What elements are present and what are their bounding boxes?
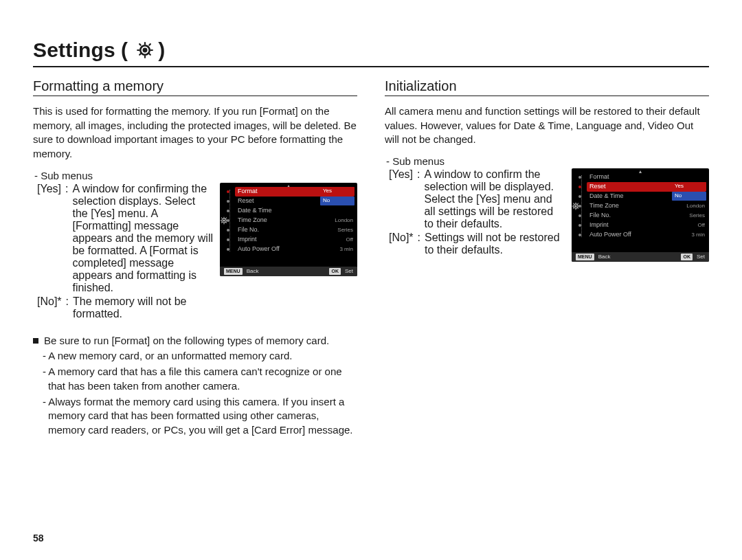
camera-menu-screenshot-format: ▴ Format Reset Date & Time Time ZoneLond… <box>220 183 357 276</box>
footer-back-label: Back <box>247 269 259 274</box>
footer-ok-icon: OK <box>681 254 693 260</box>
picker-option-no: No <box>672 192 706 201</box>
def-val: A window for confirming the selection di… <box>72 183 213 294</box>
def-colon: : <box>66 295 69 320</box>
footer-menu-icon: MENU <box>576 254 594 260</box>
manual-page: Settings ( ) Formatting a memory This is… <box>0 0 742 560</box>
sub-menus-label-right: - Sub menus <box>386 155 709 167</box>
picker-option-no: No <box>320 197 355 205</box>
format-note: Be sure to run [Format] on the following… <box>33 334 357 438</box>
footer-ok-icon: OK <box>329 268 341 275</box>
menu-row-imprint: ImprintOff <box>235 235 355 245</box>
sub-menus-label-left: - Sub menus <box>34 170 357 181</box>
footer-back-label: Back <box>598 254 611 260</box>
menu-row-format: Format <box>587 172 706 182</box>
section-formatting: Formatting a memory This is used for for… <box>33 78 357 439</box>
section-heading-init: Initialization <box>385 78 709 96</box>
footer-menu-icon: MENU <box>224 268 243 275</box>
note-item: - Always format the memory card using th… <box>43 395 357 438</box>
picker-option-yes: Yes <box>672 182 706 191</box>
page-title-close-paren: ) <box>158 38 165 62</box>
camera-menu-screenshot-reset: ▴ Format Reset Date & Time Time ZoneLond… <box>572 168 709 262</box>
def-key: [No]* <box>37 295 62 320</box>
menu-footer: MENU Back OK Set <box>572 252 709 262</box>
section-body-format: This is used for formatting the memory. … <box>33 104 357 161</box>
def-colon: : <box>417 168 420 230</box>
menu-row-autopoweroff: Auto Power Off3 min <box>235 245 355 254</box>
def-key: [Yes] <box>37 183 61 294</box>
note-item: - A memory card that has a file this cam… <box>43 365 357 393</box>
page-title: Settings ( ) <box>33 38 709 67</box>
gear-icon <box>136 41 154 59</box>
menu-row-fileno: File No.Series <box>235 225 355 235</box>
menu-row-datetime: Date & Time <box>235 206 355 216</box>
section-initialization: Initialization All camera menu and funct… <box>385 78 709 439</box>
menu-row-fileno: File No.Series <box>587 211 706 221</box>
page-number: 58 <box>33 533 44 544</box>
menu-row-timezone: Time ZoneLondon <box>587 201 706 211</box>
note-heading: Be sure to run [Format] on the following… <box>44 334 329 348</box>
note-item: - A new memory card, or an unformatted m… <box>43 349 357 363</box>
menu-timeline-line <box>229 190 230 251</box>
section-body-init: All camera menu and function settings wi… <box>385 104 709 147</box>
menu-footer: MENU Back OK Set <box>220 267 357 276</box>
def-key: [Yes] <box>389 168 413 230</box>
menu-timeline-line <box>581 175 582 237</box>
menu-picker: Yes No <box>672 182 706 201</box>
section-heading-format: Formatting a memory <box>33 78 357 96</box>
sub-menus-defs-right: [Yes] : A window to confirm the selectio… <box>385 168 565 256</box>
menu-row-imprint: ImprintOff <box>587 221 706 230</box>
def-key: [No]* <box>389 232 414 256</box>
footer-set-label: Set <box>697 254 705 260</box>
menu-row-autopoweroff: Auto Power Off3 min <box>587 230 706 240</box>
page-title-text: Settings <box>33 38 115 62</box>
menu-row-timezone: Time ZoneLondon <box>235 216 355 225</box>
picker-option-yes: Yes <box>320 187 355 196</box>
footer-set-label: Set <box>345 269 353 274</box>
def-val: Settings will not be restored to their d… <box>425 232 565 256</box>
square-bullet-icon <box>33 338 38 344</box>
def-val: The memory will not be formatted. <box>73 295 213 320</box>
def-val: A window to confirm the selection will b… <box>424 168 565 230</box>
menu-picker: Yes No <box>320 187 355 205</box>
page-title-open-paren: ( <box>121 38 128 62</box>
def-colon: : <box>418 232 420 256</box>
sub-menus-defs-left: [Yes] : A window for confirming the sele… <box>33 183 213 320</box>
def-colon: : <box>65 183 68 294</box>
